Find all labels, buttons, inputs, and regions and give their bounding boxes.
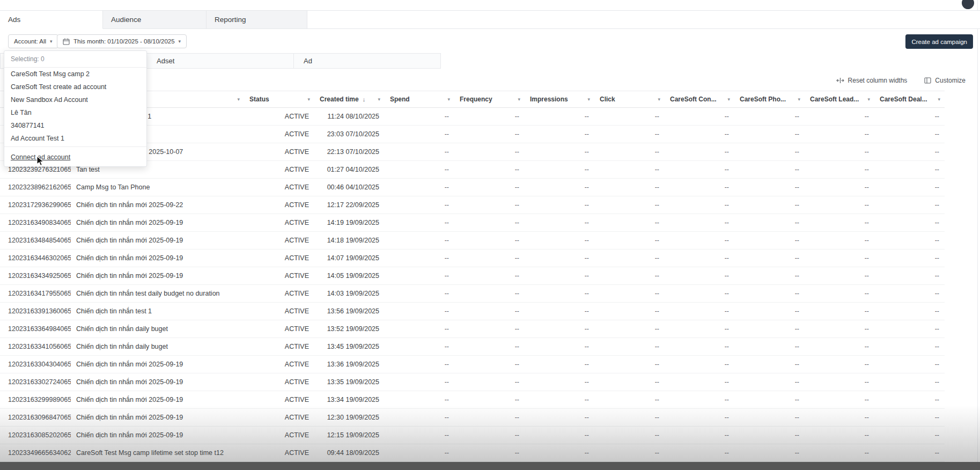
cell-created-time: 13:45 19/09/2025 xyxy=(314,338,385,355)
column-header-frequency[interactable]: Frequency▾ xyxy=(454,91,525,107)
reset-column-widths-label: Reset column widths xyxy=(848,77,908,84)
column-filter-chevron-icon[interactable]: ▾ xyxy=(798,97,800,102)
column-header-cs_deal[interactable]: CareSoft Deal...▾ xyxy=(874,91,945,107)
column-filter-chevron-icon[interactable]: ▾ xyxy=(307,97,310,102)
cell-campaign-name: CareSoft Test Msg camp lifetime set stop… xyxy=(71,444,244,461)
account-filter-label: Account: All xyxy=(14,38,46,45)
table-row[interactable]: 120231630852020657Chiến dịch tin nhắn mớ… xyxy=(0,427,945,444)
cell-metric-spend: -- xyxy=(385,196,454,214)
tab-ads[interactable]: Ads xyxy=(0,11,103,29)
tab-bar-filler xyxy=(307,11,980,29)
cell-campaign-name: Chiến dịch tin nhắn mới 2025-09-19 xyxy=(71,214,244,231)
column-filter-chevron-icon[interactable]: ▾ xyxy=(867,97,870,102)
tab-reporting[interactable]: Reporting xyxy=(207,11,307,29)
cell-status: ACTIVE xyxy=(244,143,314,160)
table-row[interactable]: 120231634349250657Chiến dịch tin nhắn mớ… xyxy=(0,267,945,285)
table-row[interactable]: 120231634908340657Chiến dịch tin nhắn mớ… xyxy=(0,214,945,232)
account-option[interactable]: 340877141 xyxy=(4,119,146,132)
cell-metric-spend: -- xyxy=(385,249,454,267)
table-row[interactable]: 120231634463020657Chiến dịch tin nhắn mớ… xyxy=(0,249,945,267)
sort-desc-icon[interactable]: ↓ xyxy=(363,96,366,102)
account-dropdown-footer: Connect ad account xyxy=(4,146,146,166)
table-row[interactable]: 120231630968470657Chiến dịch tin nhắn mớ… xyxy=(0,409,945,427)
table-row[interactable]: 120231634179550657Chiến dịch tin nhắn te… xyxy=(0,285,945,303)
account-option[interactable]: Ad Account Test 1 xyxy=(4,132,146,145)
cell-metric-cs_lead: -- xyxy=(805,391,874,408)
cell-status: ACTIVE xyxy=(244,108,314,125)
column-header-cs_pho[interactable]: CareSoft Pho...▾ xyxy=(734,91,805,107)
create-ad-campaign-button[interactable]: Create ad campaign xyxy=(905,34,973,49)
table-row[interactable]: 120233496656340621CareSoft Test Msg camp… xyxy=(0,444,945,462)
cell-metric-frequency: -- xyxy=(454,179,525,196)
cell-campaign-id: 120231634908340657 xyxy=(0,214,71,231)
cell-metric-impressions: -- xyxy=(525,196,594,214)
tab-audience-label: Audience xyxy=(111,16,141,24)
cell-metric-cs_lead: -- xyxy=(805,249,874,267)
column-header-created[interactable]: Created time↓▾ xyxy=(314,91,385,107)
account-filter-button[interactable]: Account: All ▾ xyxy=(8,34,58,48)
table-row[interactable]: 120231633027240657Chiến dịch tin nhắn mớ… xyxy=(0,373,945,391)
cell-campaign-name: Chiến dịch tin nhắn mới 2025-09-19 xyxy=(71,391,244,408)
cell-metric-cs_deal: -- xyxy=(874,427,945,444)
cell-metric-cs_deal: -- xyxy=(874,338,945,355)
cell-metric-frequency: -- xyxy=(454,126,525,143)
customize-button[interactable]: Customize xyxy=(924,77,966,84)
column-header-impressions[interactable]: Impressions▾ xyxy=(525,91,594,107)
cell-metric-click: -- xyxy=(594,161,665,178)
tab-adset[interactable]: Adset xyxy=(147,53,294,69)
column-header-click[interactable]: Click▾ xyxy=(594,91,665,107)
column-header-spend[interactable]: Spend▾ xyxy=(385,91,454,107)
column-filter-chevron-icon[interactable]: ▾ xyxy=(658,97,660,102)
table-row[interactable]: 120231633913600657Chiến dịch tin nhắn te… xyxy=(0,303,945,320)
account-option[interactable]: Lê Tân xyxy=(4,106,146,119)
cell-metric-cs_pho: -- xyxy=(734,267,805,284)
connect-ad-account-link[interactable]: Connect ad account xyxy=(11,153,70,161)
table-row[interactable]: 120231729362990657Chiến dịch tin nhắn mớ… xyxy=(0,196,945,214)
cell-metric-impressions: -- xyxy=(525,391,594,408)
table-row[interactable]: 120231633649840657Chiến dịch tin nhắn da… xyxy=(0,320,945,338)
cell-campaign-id: 120231729362990657 xyxy=(0,196,71,214)
table-row[interactable]: 120231632999890657Chiến dịch tin nhắn mớ… xyxy=(0,391,945,409)
table-row[interactable]: 120231634848540657Chiến dịch tin nhắn mớ… xyxy=(0,232,945,249)
cell-metric-cs_lead: -- xyxy=(805,373,874,391)
account-option[interactable]: CareSoft Test Msg camp 2 xyxy=(4,68,146,80)
column-filter-chevron-icon[interactable]: ▾ xyxy=(237,97,240,102)
column-filter-chevron-icon[interactable]: ▾ xyxy=(518,97,520,102)
cell-metric-click: -- xyxy=(594,303,665,320)
tab-reporting-label: Reporting xyxy=(215,16,246,24)
column-header-status[interactable]: Status▾ xyxy=(244,91,314,107)
column-header-cs_con[interactable]: CareSoft Con...▾ xyxy=(665,91,734,107)
cell-metric-click: -- xyxy=(594,232,665,249)
table-row[interactable]: 120231633043040657Chiến dịch tin nhắn mớ… xyxy=(0,356,945,373)
cell-metric-cs_lead: -- xyxy=(805,232,874,249)
cell-metric-cs_lead: -- xyxy=(805,320,874,337)
cell-metric-impressions: -- xyxy=(525,232,594,249)
cell-campaign-name: Chiến dịch tin nhắn test daily budget no… xyxy=(71,285,244,302)
cell-metric-cs_lead: -- xyxy=(805,356,874,373)
table-row[interactable]: 120231633410560657Chiến dịch tin nhắn da… xyxy=(0,338,945,356)
date-range-button[interactable]: This month: 01/10/2025 - 08/10/2025 ▾ xyxy=(57,34,187,48)
chevron-down-icon: ▾ xyxy=(50,39,53,44)
account-option[interactable]: CareSoft Test create ad account xyxy=(4,80,146,93)
column-filter-chevron-icon[interactable]: ▾ xyxy=(447,97,450,102)
cell-metric-cs_pho: -- xyxy=(734,126,805,143)
cell-metric-click: -- xyxy=(594,143,665,160)
column-filter-chevron-icon[interactable]: ▾ xyxy=(378,97,380,102)
tab-audience[interactable]: Audience xyxy=(103,11,207,29)
cell-metric-cs_deal: -- xyxy=(874,143,945,160)
user-avatar[interactable] xyxy=(962,0,974,9)
column-filter-chevron-icon[interactable]: ▾ xyxy=(587,97,590,102)
cell-metric-cs_lead: -- xyxy=(805,143,874,160)
cell-metric-spend: -- xyxy=(385,409,454,426)
column-header-cs_lead[interactable]: CareSoft Lead...▾ xyxy=(805,91,874,107)
account-option[interactable]: New Sandbox Ad Account xyxy=(4,93,146,106)
cell-metric-frequency: -- xyxy=(454,303,525,320)
cell-status: ACTIVE xyxy=(244,249,314,267)
tab-ad[interactable]: Ad xyxy=(294,53,441,69)
column-filter-chevron-icon[interactable]: ▾ xyxy=(727,97,730,102)
table-row[interactable]: 120232389621620657Camp Msg to Tan PhoneA… xyxy=(0,179,945,196)
cell-metric-cs_con: -- xyxy=(665,108,734,125)
column-filter-chevron-icon[interactable]: ▾ xyxy=(938,97,940,102)
reset-column-widths-button[interactable]: Reset column widths xyxy=(836,77,908,84)
cell-metric-impressions: -- xyxy=(525,249,594,267)
